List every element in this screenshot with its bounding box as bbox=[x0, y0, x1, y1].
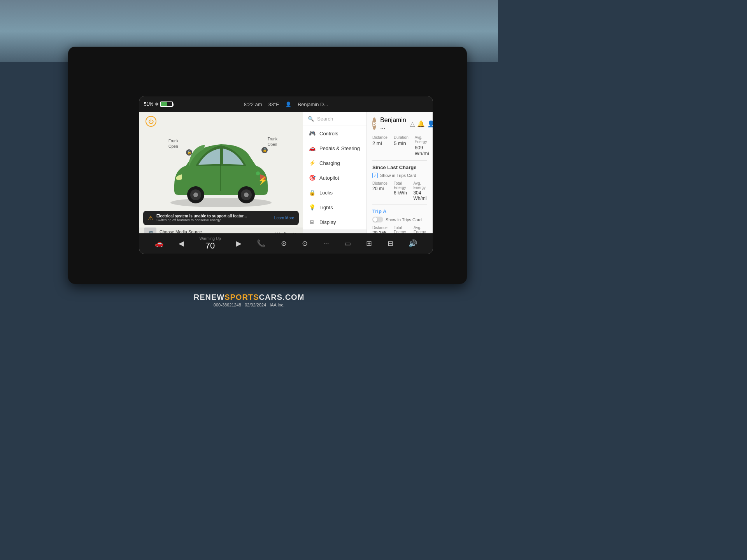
battery-fill bbox=[161, 102, 167, 106]
menu-item-pedals[interactable]: 🚗 Pedals & Steering bbox=[303, 141, 366, 156]
svg-point-4 bbox=[193, 192, 198, 197]
since-charge-checkbox[interactable]: ✓ bbox=[372, 173, 378, 178]
up-arrow-icon: △ bbox=[410, 120, 415, 128]
since-energy-label: Total Energy bbox=[394, 181, 407, 190]
avg-energy-label: Avg. Energy bbox=[415, 135, 429, 144]
trunk-text: TrunkOpen bbox=[268, 137, 277, 147]
trip-a-toggle-label: Show in Trips Card bbox=[386, 217, 422, 222]
menu-item-charging[interactable]: ⚡ Charging bbox=[303, 156, 366, 170]
stat-duration: Duration 5 min bbox=[394, 135, 409, 156]
menu-item-controls[interactable]: 🎮 Controls bbox=[303, 126, 366, 141]
since-dist-label: Distance bbox=[372, 181, 388, 186]
screen-content: 51% ❄ 8:22 am 33°F 👤 Benjamin D... bbox=[139, 96, 433, 254]
since-charge-avg-energy: Avg. Energy 304 Wh/mi bbox=[413, 181, 427, 201]
since-dist-value: 20 mi bbox=[372, 186, 388, 191]
menu-item-locks[interactable]: 🔒 Locks bbox=[303, 185, 366, 200]
taskbar-more-icon[interactable]: ··· bbox=[323, 240, 329, 248]
locks-icon: 🔒 bbox=[309, 189, 316, 196]
trunk-label: TrunkOpen bbox=[268, 136, 277, 147]
right-trips-panel: B Benjamin ... △ 🔔 👤 ⊞ Distance 2 mi bbox=[367, 112, 433, 233]
watermark-renew: RENEW bbox=[194, 293, 224, 301]
battery-percent: 51% bbox=[144, 102, 153, 107]
distance-label: Distance bbox=[372, 135, 388, 140]
menu-item-trips[interactable]: 📊 Trips bbox=[303, 229, 366, 233]
trip-a-dist-label: Distance bbox=[372, 226, 388, 230]
trip-a-avg-label: Avg. Energy bbox=[414, 226, 427, 233]
menu-label-pedals: Pedals & Steering bbox=[319, 145, 360, 151]
left-panel: ⏻ FrunkOpen TrunkOpen bbox=[139, 112, 303, 233]
distance-value: 2 mi bbox=[372, 140, 388, 146]
bell-icon: 🔔 bbox=[417, 120, 425, 128]
status-bar: 51% ❄ 8:22 am 33°F 👤 Benjamin D... bbox=[139, 96, 433, 112]
taskbar-left-arrow[interactable]: ◀ bbox=[179, 239, 184, 248]
charging-bolt-icon: ⚡ bbox=[258, 176, 268, 185]
profile-avatar: B bbox=[372, 117, 376, 130]
alert-title: Electrical system is unable to support a… bbox=[156, 214, 271, 218]
taskbar-right-arrow[interactable]: ▶ bbox=[236, 239, 242, 248]
alert-warning-icon: ⚠ bbox=[148, 214, 153, 222]
left-status-area: 51% ❄ bbox=[144, 102, 173, 107]
trip-a-energy-label: Total Energy bbox=[394, 226, 407, 233]
taskbar-phone-icon[interactable]: 📞 bbox=[257, 239, 265, 248]
battery-indicator: 51% ❄ bbox=[144, 102, 173, 107]
media-prev-button[interactable]: ⏮ bbox=[275, 231, 281, 233]
svg-point-0 bbox=[170, 198, 272, 207]
recent-trip-stats: Distance 2 mi Duration 5 min Avg. Energy… bbox=[372, 135, 427, 161]
svg-point-8 bbox=[256, 172, 260, 175]
since-last-charge-title: Since Last Charge bbox=[372, 164, 427, 170]
media-title: Choose Media Source bbox=[160, 229, 272, 234]
car-illustration bbox=[163, 131, 279, 208]
frunk-label: FrunkOpen bbox=[168, 138, 179, 149]
header-icons: △ 🔔 👤 ⊞ bbox=[410, 120, 433, 128]
middle-menu-panel: 🔍 Search 🎮 Controls 🚗 Pedals & Steering … bbox=[303, 112, 367, 233]
divider-1 bbox=[372, 204, 427, 205]
avatar-letter: B bbox=[372, 121, 376, 127]
taskbar-camera-icon[interactable]: ⊙ bbox=[302, 239, 308, 248]
status-temperature: 33°F bbox=[268, 102, 279, 107]
watermark-logo: RENEWSPORTSCARS.COM bbox=[194, 293, 305, 302]
search-bar[interactable]: 🔍 Search bbox=[303, 112, 366, 126]
trip-a-title: Trip A bbox=[372, 208, 427, 214]
trunk-door-icon: 🔓 bbox=[261, 147, 268, 153]
menu-item-display[interactable]: 🖥 Display bbox=[303, 215, 366, 229]
status-time: 8:22 am bbox=[244, 102, 262, 107]
media-next-button[interactable]: ⏭ bbox=[293, 231, 298, 233]
duration-label: Duration bbox=[394, 135, 409, 140]
since-charge-toggle-label: Show in Trips Card bbox=[380, 173, 416, 178]
search-placeholder: Search bbox=[317, 116, 333, 122]
learn-more-link[interactable]: Learn More bbox=[274, 216, 294, 220]
profile-header: B Benjamin ... △ 🔔 👤 ⊞ bbox=[372, 117, 427, 131]
trip-a-data-row: Distance 29,255 mi Total Energy 7,396 kW… bbox=[372, 226, 427, 233]
taskbar-display-icon[interactable]: ▭ bbox=[344, 239, 351, 248]
taskbar-car-icon[interactable]: 🚗 bbox=[155, 239, 163, 248]
menu-item-autopilot[interactable]: 🎯 Autopilot bbox=[303, 170, 366, 185]
stat-avg-energy: Avg. Energy 609 Wh/mi bbox=[415, 135, 429, 156]
power-icon[interactable]: ⏻ bbox=[146, 116, 156, 127]
watermark-sports: SPORTS bbox=[224, 293, 259, 301]
user-avatar-icon: 👤 bbox=[285, 102, 291, 107]
taskbar-bluetooth-icon[interactable]: ⊛ bbox=[281, 239, 287, 248]
frunk-door-icon: 🔓 bbox=[186, 149, 192, 156]
taskbar-apps-icon[interactable]: ⊞ bbox=[366, 239, 372, 248]
menu-label-controls: Controls bbox=[319, 131, 338, 136]
menu-label-lights: Lights bbox=[319, 205, 333, 210]
warming-up-label: Warming Up bbox=[199, 236, 221, 241]
snowflake-icon: ❄ bbox=[155, 102, 159, 107]
since-energy-value: 6 kWh bbox=[394, 190, 407, 196]
watermark-cars: CARS.COM bbox=[259, 293, 304, 301]
trip-a-toggle[interactable] bbox=[372, 217, 383, 222]
menu-label-autopilot: Autopilot bbox=[319, 175, 339, 181]
taskbar-grid-icon[interactable]: ⊟ bbox=[388, 239, 393, 248]
alert-bar: ⚠ Electrical system is unable to support… bbox=[143, 211, 299, 225]
since-charge-distance: Distance 20 mi bbox=[372, 181, 388, 201]
menu-item-lights[interactable]: 💡 Lights bbox=[303, 200, 366, 215]
pedals-icon: 🚗 bbox=[309, 145, 316, 151]
trip-a-toggle-knob bbox=[373, 217, 377, 222]
car-container: FrunkOpen TrunkOpen 🔓 🔓 bbox=[163, 131, 279, 208]
power-symbol: ⏻ bbox=[148, 118, 154, 124]
charging-icon: ⚡ bbox=[309, 160, 316, 166]
trip-a-avg-energy: Avg. Energy 253 Wh/mi bbox=[414, 226, 427, 233]
taskbar-volume-icon[interactable]: 🔊 bbox=[409, 239, 417, 248]
avg-energy-value: 609 Wh/mi bbox=[415, 145, 429, 156]
media-play-button[interactable]: ▶ bbox=[284, 231, 289, 233]
